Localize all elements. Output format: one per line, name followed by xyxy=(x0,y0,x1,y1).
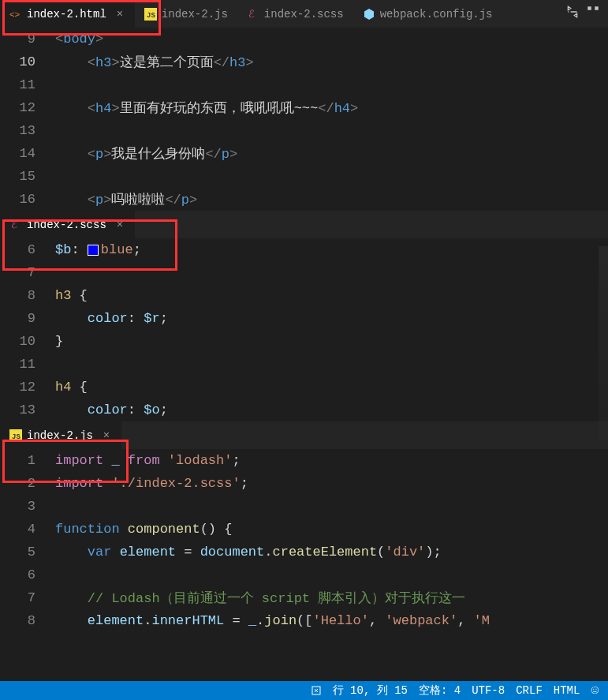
line-number: 11 xyxy=(0,77,55,92)
editor-pane-scss[interactable]: 6$b: blue;78h3 {9 color: $r;10}1112h4 {1… xyxy=(0,238,608,421)
line-number: 8 xyxy=(0,288,55,303)
code-line[interactable]: 4function component() { xyxy=(0,518,608,541)
mid-tab-bar: ℰ index-2.scss × xyxy=(0,211,608,238)
svg-text:ℰ: ℰ xyxy=(248,9,255,21)
code-line[interactable]: 8h3 { xyxy=(0,284,608,307)
code-line[interactable]: 9 color: $r; xyxy=(0,307,608,330)
line-number: 11 xyxy=(0,357,55,372)
code-line[interactable]: 6 xyxy=(0,563,608,586)
line-number: 5 xyxy=(0,545,55,560)
bottom-tab-bar: JS index-2.js × xyxy=(0,421,608,449)
js-file-icon: JS xyxy=(9,429,22,442)
code-content: } xyxy=(55,334,63,349)
editor-pane-html[interactable]: 9<body>10 <h3>这是第二个页面</h3>1112 <h4>里面有好玩… xyxy=(0,28,608,211)
html-file-icon: <> xyxy=(9,8,22,21)
line-number: 2 xyxy=(0,476,55,491)
line-number: 14 xyxy=(0,146,55,161)
code-line[interactable]: 15 xyxy=(0,165,608,188)
code-content: import './index-2.scss'; xyxy=(55,476,248,491)
line-number: 12 xyxy=(0,100,55,115)
code-content: <h3>这是第二个页面</h3> xyxy=(55,53,254,71)
status-encoding[interactable]: UTF-8 xyxy=(472,684,505,697)
close-icon[interactable]: × xyxy=(101,429,112,442)
line-number: 15 xyxy=(0,169,55,184)
code-line[interactable]: 8 element.innerHTML = _.join(['Hello', '… xyxy=(0,609,608,632)
line-number: 10 xyxy=(0,54,55,69)
close-icon[interactable]: × xyxy=(114,219,125,231)
tab-webpack-config[interactable]: webpack.config.js xyxy=(353,0,502,28)
code-content: function component() { xyxy=(55,522,232,537)
code-line[interactable]: 6$b: blue; xyxy=(0,238,608,261)
code-content: <h4>里面有好玩的东西，哦吼吼吼~~~</h4> xyxy=(55,99,358,117)
code-content: import _ from 'lodash'; xyxy=(55,453,241,468)
tab-index-2-html[interactable]: <> index-2.html × xyxy=(0,0,135,28)
line-number: 10 xyxy=(0,334,55,349)
code-line[interactable]: 12 <h4>里面有好玩的东西，哦吼吼吼~~~</h4> xyxy=(0,96,608,119)
status-position[interactable]: 行 10, 列 15 xyxy=(333,683,408,698)
code-content: var element = document.createElement('di… xyxy=(55,545,442,560)
code-line[interactable]: 9<body> xyxy=(0,28,608,51)
code-line[interactable]: 2import './index-2.scss'; xyxy=(0,472,608,495)
line-number: 12 xyxy=(0,380,55,395)
code-content: element.innerHTML = _.join(['Hello', 'we… xyxy=(55,613,490,628)
scss-file-icon: ℰ xyxy=(247,8,259,21)
svg-text:JS: JS xyxy=(147,12,155,20)
tab-label: index-2.scss xyxy=(264,8,344,21)
tab-index-2-scss[interactable]: ℰ index-2.scss xyxy=(237,0,353,28)
scss-file-icon: ℰ xyxy=(9,219,22,231)
code-line[interactable]: 13 color: $o; xyxy=(0,399,608,421)
errors-icon[interactable] xyxy=(311,685,322,696)
compare-icon[interactable] xyxy=(565,5,580,23)
code-line[interactable]: 13 xyxy=(0,119,608,142)
code-line[interactable]: 7 xyxy=(0,261,608,284)
code-content: // Lodash（目前通过一个 script 脚本引入）对于执行这一 xyxy=(55,589,465,607)
line-number: 7 xyxy=(0,265,55,280)
svg-text:JS: JS xyxy=(12,433,21,441)
editor-pane-js[interactable]: 1import _ from 'lodash';2import './index… xyxy=(0,449,608,632)
tab-label: webpack.config.js xyxy=(380,8,493,21)
color-swatch xyxy=(88,245,99,256)
status-spaces[interactable]: 空格: 4 xyxy=(419,683,461,698)
code-line[interactable]: 3 xyxy=(0,495,608,518)
svg-rect-6 xyxy=(595,6,599,10)
tab-label: index-2.html xyxy=(27,8,106,21)
code-content: <p>吗啦啦啦</p> xyxy=(55,190,197,208)
tab-js-bottom[interactable]: JS index-2.js × xyxy=(0,421,121,449)
code-line[interactable]: 11 xyxy=(0,73,608,96)
code-line[interactable]: 1import _ from 'lodash'; xyxy=(0,449,608,472)
code-line[interactable]: 10 <h3>这是第二个页面</h3> xyxy=(0,51,608,73)
svg-marker-4 xyxy=(364,9,374,20)
tab-label: index-2.js xyxy=(27,429,93,442)
line-number: 4 xyxy=(0,522,55,537)
code-content: <body> xyxy=(55,32,103,47)
code-line[interactable]: 16 <p>吗啦啦啦</p> xyxy=(0,188,608,211)
code-line[interactable]: 5 var element = document.createElement('… xyxy=(0,541,608,563)
line-number: 13 xyxy=(0,123,55,138)
code-content: h3 { xyxy=(55,288,88,303)
tab-scss-mid[interactable]: ℰ index-2.scss × xyxy=(0,211,135,238)
minimap[interactable] xyxy=(599,246,608,440)
feedback-icon[interactable]: ☺ xyxy=(591,683,599,698)
tab-label: index-2.js xyxy=(162,8,228,21)
line-number: 13 xyxy=(0,402,55,417)
line-number: 9 xyxy=(0,311,55,326)
tab-index-2-js[interactable]: JS index-2.js xyxy=(135,0,237,28)
code-line[interactable]: 12h4 { xyxy=(0,376,608,399)
svg-rect-5 xyxy=(587,6,591,10)
code-content: h4 { xyxy=(55,380,88,395)
top-tab-bar: <> index-2.html × JS index-2.js ℰ index-… xyxy=(0,0,608,28)
code-line[interactable]: 10} xyxy=(0,330,608,353)
code-line[interactable]: 14 <p>我是什么身份呐</p> xyxy=(0,142,608,165)
line-number: 6 xyxy=(0,567,55,582)
close-icon[interactable]: × xyxy=(114,8,125,21)
toolbar-right xyxy=(565,5,608,23)
code-line[interactable]: 11 xyxy=(0,353,608,376)
status-eol[interactable]: CRLF xyxy=(516,684,543,697)
code-line[interactable]: 7 // Lodash（目前通过一个 script 脚本引入）对于执行这一 xyxy=(0,586,608,609)
more-icon[interactable] xyxy=(586,5,600,23)
status-language[interactable]: HTML xyxy=(554,684,580,697)
js-file-icon: JS xyxy=(144,8,157,21)
line-number: 6 xyxy=(0,242,55,257)
tab-label: index-2.scss xyxy=(27,219,106,231)
svg-text:<>: <> xyxy=(9,10,20,20)
